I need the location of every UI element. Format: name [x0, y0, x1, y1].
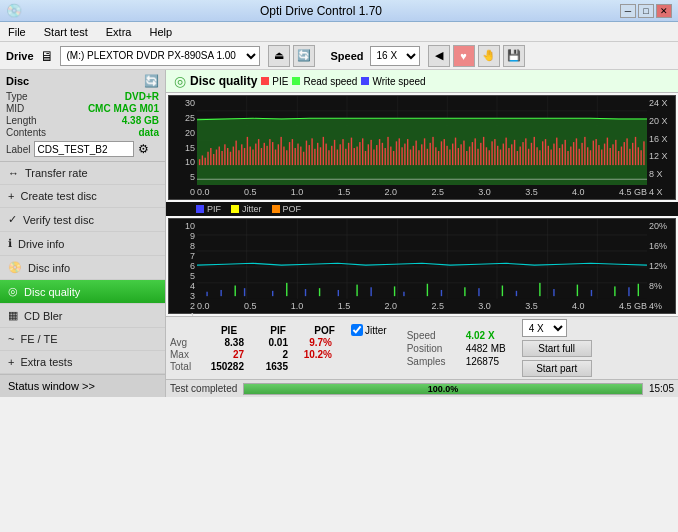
svg-rect-150 — [576, 138, 577, 165]
max-pie: 27 — [204, 349, 244, 360]
svg-rect-119 — [489, 150, 490, 165]
svg-rect-138 — [542, 141, 543, 165]
status-window-button[interactable]: Status window >> — [0, 374, 165, 397]
nav-label-fe-te: FE / TE — [20, 333, 57, 345]
label-input[interactable] — [34, 141, 134, 157]
nav-disc-info[interactable]: 📀 Disc info — [0, 256, 165, 280]
svg-rect-112 — [469, 147, 470, 166]
speed-row: Speed 4.02 X — [407, 330, 506, 341]
chart-header: ◎ Disc quality PIE Read speed Write spee… — [166, 70, 678, 93]
svg-rect-19 — [207, 152, 208, 165]
svg-rect-42 — [272, 142, 273, 165]
legend-pie-dot — [261, 77, 269, 85]
svg-rect-76 — [368, 144, 369, 165]
svg-rect-196 — [441, 290, 442, 296]
svg-rect-24 — [221, 151, 222, 165]
svg-rect-98 — [430, 143, 431, 165]
svg-rect-129 — [517, 151, 518, 165]
svg-rect-100 — [435, 147, 436, 165]
nav-cd-bler[interactable]: ▦ CD Bler — [0, 304, 165, 328]
nav-transfer-rate[interactable]: ↔ Transfer rate — [0, 162, 165, 185]
svg-rect-32 — [244, 148, 245, 165]
legend-pof: POF — [272, 204, 302, 214]
right-panel: ◎ Disc quality PIE Read speed Write spee… — [166, 70, 678, 397]
start-full-button[interactable]: Start full — [522, 340, 592, 357]
svg-rect-58 — [317, 143, 318, 165]
svg-rect-125 — [505, 138, 506, 165]
lower-y-axis-right: 20% 16% 12% 8% 4% — [647, 219, 675, 313]
svg-rect-72 — [356, 147, 357, 166]
lower-chart-svg — [197, 219, 647, 299]
speed-select2[interactable]: 4 X — [522, 319, 567, 337]
svg-rect-146 — [565, 140, 566, 165]
heart-button[interactable]: ♥ — [453, 45, 475, 67]
nav-disc-quality[interactable]: ◎ Disc quality — [0, 280, 165, 304]
svg-rect-83 — [387, 137, 388, 165]
refresh-button[interactable]: 🔄 — [293, 45, 315, 67]
svg-rect-111 — [466, 151, 467, 165]
svg-rect-168 — [626, 138, 627, 165]
upper-x-axis: 0.0 0.5 1.0 1.5 2.0 2.5 3.0 3.5 4.0 4.5 … — [197, 185, 647, 199]
menu-file[interactable]: File — [4, 24, 30, 40]
svg-rect-114 — [475, 138, 476, 165]
svg-rect-66 — [340, 144, 341, 165]
svg-rect-102 — [441, 141, 442, 165]
svg-rect-88 — [401, 147, 402, 165]
avg-pof: 9.7% — [292, 337, 332, 348]
eject-button[interactable]: ⏏ — [268, 45, 290, 67]
start-part-button[interactable]: Start part — [522, 360, 592, 377]
svg-rect-59 — [320, 147, 321, 165]
svg-rect-167 — [624, 142, 625, 165]
label-icon[interactable]: ⚙ — [138, 142, 149, 156]
svg-rect-41 — [269, 139, 270, 165]
svg-rect-51 — [297, 144, 298, 166]
svg-rect-213 — [638, 284, 639, 296]
upper-chart-svg — [197, 96, 647, 185]
drive-select[interactable]: (M:) PLEXTOR DVDR PX-890SA 1.00 — [60, 46, 260, 66]
svg-rect-201 — [628, 287, 629, 296]
svg-rect-22 — [216, 150, 217, 166]
stats-max-row: Max 27 2 10.2% — [170, 349, 387, 360]
nav-drive-info[interactable]: ℹ Drive info — [0, 232, 165, 256]
svg-rect-147 — [567, 151, 568, 165]
svg-rect-91 — [410, 150, 411, 166]
svg-rect-108 — [458, 148, 459, 165]
content-area: Disc 🔄 Type DVD+R MID CMC MAG M01 Length… — [0, 70, 678, 397]
svg-rect-133 — [528, 149, 529, 165]
nav-create-test-disc[interactable]: + Create test disc — [0, 185, 165, 208]
svg-rect-77 — [370, 140, 371, 165]
drive-info-icon: ℹ — [8, 237, 12, 250]
speed-select[interactable]: 16 X — [370, 46, 420, 66]
close-button[interactable]: ✕ — [656, 4, 672, 18]
menu-starttest[interactable]: Start test — [40, 24, 92, 40]
speed-back-button[interactable]: ◀ — [428, 45, 450, 67]
disc-refresh-icon[interactable]: 🔄 — [144, 74, 159, 88]
hand-button[interactable]: 🤚 — [478, 45, 500, 67]
svg-rect-110 — [463, 141, 464, 166]
svg-rect-101 — [438, 151, 439, 165]
left-panel: Disc 🔄 Type DVD+R MID CMC MAG M01 Length… — [0, 70, 166, 397]
svg-rect-75 — [365, 151, 366, 165]
jitter-checkbox[interactable] — [351, 324, 363, 336]
svg-rect-164 — [615, 140, 616, 165]
jitter-label: Jitter — [365, 325, 387, 336]
position-value: 4482 MB — [466, 343, 506, 354]
svg-rect-80 — [379, 139, 380, 165]
menu-extra[interactable]: Extra — [102, 24, 136, 40]
minimize-button[interactable]: ─ — [620, 4, 636, 18]
svg-rect-69 — [348, 143, 349, 165]
legend2-bar: PIF Jitter POF — [166, 202, 678, 216]
maximize-button[interactable]: □ — [638, 4, 654, 18]
nav-extra-tests[interactable]: + Extra tests — [0, 351, 165, 374]
svg-rect-89 — [404, 144, 405, 166]
save-button[interactable]: 💾 — [503, 45, 525, 67]
svg-rect-16 — [199, 159, 200, 165]
svg-rect-31 — [241, 144, 242, 165]
nav-verify-test-disc[interactable]: ✓ Verify test disc — [0, 208, 165, 232]
menu-help[interactable]: Help — [145, 24, 176, 40]
nav-menu: ↔ Transfer rate + Create test disc ✓ Ver… — [0, 162, 165, 374]
svg-rect-17 — [202, 155, 203, 165]
nav-fe-te[interactable]: ~ FE / TE — [0, 328, 165, 351]
max-pif: 2 — [248, 349, 288, 360]
drive-label: Drive — [6, 50, 34, 62]
